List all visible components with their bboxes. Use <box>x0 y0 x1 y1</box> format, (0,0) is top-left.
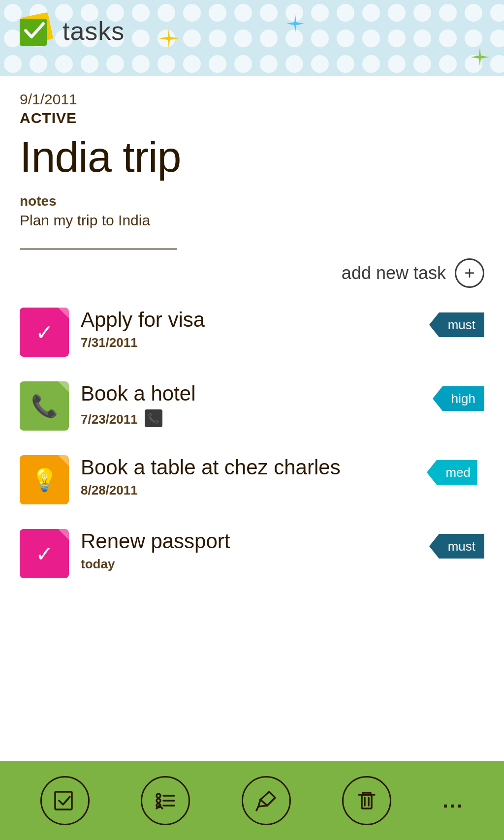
list-button[interactable] <box>141 776 190 825</box>
task-info: Book a hotel 7/23/2011 📞 <box>81 381 484 427</box>
task-item[interactable]: 📞 Book a hotel 7/23/2011 📞 high <box>20 381 484 431</box>
priority-badge-med: med <box>437 460 484 485</box>
bottom-toolbar: ... <box>0 761 504 840</box>
notes-section: notes Plan my trip to India <box>20 193 484 229</box>
add-task-button[interactable]: + <box>455 258 484 288</box>
main-content: 9/1/2011 ACTIVE India trip notes Plan my… <box>0 76 504 761</box>
edit-button[interactable] <box>242 776 291 825</box>
priority-badge-must: must <box>439 534 484 559</box>
svg-rect-15 <box>362 795 372 809</box>
svg-rect-5 <box>55 792 72 809</box>
app-title: tasks <box>63 16 125 46</box>
sparkle-green <box>470 47 490 69</box>
app-logo <box>15 10 57 52</box>
add-task-label: add new task <box>342 263 446 283</box>
sparkle-yellow <box>158 27 180 52</box>
task-list: ✓ Apply for visa 7/31/2011 must 📞 Book a… <box>20 308 484 578</box>
notes-label: notes <box>20 193 484 209</box>
notes-text: Plan my trip to India <box>20 212 484 229</box>
add-task-row[interactable]: add new task + <box>20 258 484 288</box>
task-icon-check: ✓ <box>20 308 69 357</box>
sparkle-blue <box>285 14 305 35</box>
task-name: Book a hotel <box>81 381 484 406</box>
date-label: 9/1/2011 <box>20 91 484 108</box>
svg-line-12 <box>260 800 267 806</box>
svg-line-13 <box>256 807 258 810</box>
task-date: 8/28/2011 <box>81 483 484 498</box>
svg-point-6 <box>157 794 160 798</box>
task-info: Book a table at chez charles 8/28/2011 <box>81 455 484 498</box>
task-date: today <box>81 557 484 572</box>
task-name: Apply for visa <box>81 308 484 332</box>
edit-icon <box>253 788 279 813</box>
task-item[interactable]: ✓ Apply for visa 7/31/2011 must <box>20 308 484 357</box>
delete-icon <box>354 788 379 813</box>
delete-button[interactable] <box>342 776 391 825</box>
more-options[interactable]: ... <box>442 790 463 812</box>
phone-indicator: 📞 <box>145 409 162 427</box>
task-name: Renew passport <box>81 529 484 554</box>
task-date: 7/31/2011 <box>81 335 484 350</box>
task-icon-bulb: 💡 <box>20 455 69 504</box>
task-info: Apply for visa 7/31/2011 <box>81 308 484 350</box>
logo-area: tasks <box>15 10 125 52</box>
complete-button[interactable] <box>40 776 90 825</box>
task-date-row: 7/23/2011 📞 <box>81 409 484 427</box>
status-label: ACTIVE <box>20 110 484 126</box>
svg-point-7 <box>157 799 160 803</box>
complete-icon <box>52 788 78 813</box>
list-icon <box>153 788 178 813</box>
priority-badge-must: must <box>439 312 484 337</box>
priority-badge-high: high <box>442 386 484 411</box>
task-icon-check: ✓ <box>20 529 69 578</box>
trip-title: India trip <box>20 135 484 179</box>
task-item[interactable]: ✓ Renew passport today must <box>20 529 484 578</box>
task-item[interactable]: 💡 Book a table at chez charles 8/28/2011… <box>20 455 484 504</box>
section-divider <box>20 249 177 249</box>
task-date: 7/23/2011 <box>81 412 138 427</box>
task-name: Book a table at chez charles <box>81 455 484 480</box>
task-icon-phone: 📞 <box>20 381 69 431</box>
task-info: Renew passport today <box>81 529 484 572</box>
